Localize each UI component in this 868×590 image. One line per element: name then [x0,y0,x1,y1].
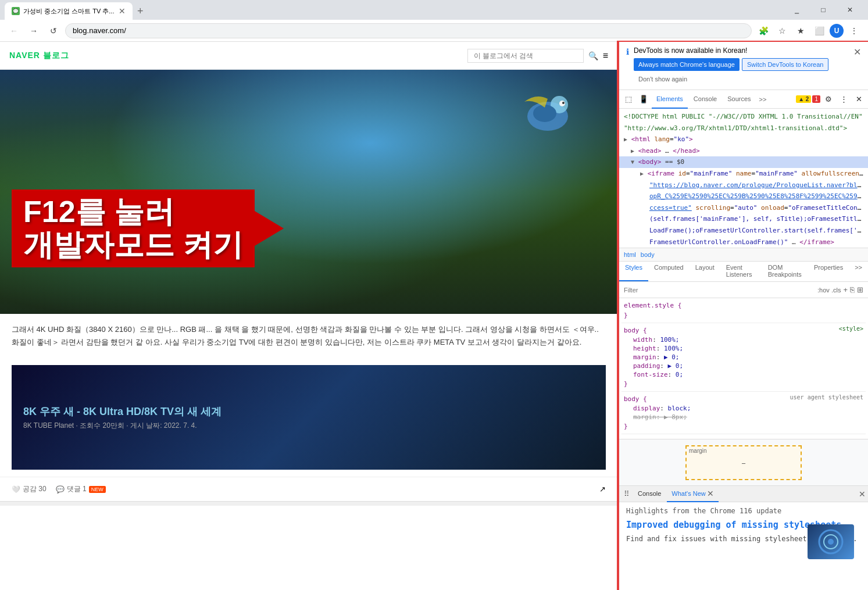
console-tab-console[interactable]: Console [633,486,666,502]
console-article-area: Improved debugging of missing stylesheet… [626,520,861,544]
window-controls: ⎯ □ ✕ [783,0,863,20]
switch-devtools-button[interactable]: Switch DevTools to Korean [742,58,828,71]
whatsnew-close-button[interactable]: ✕ [707,489,714,498]
comments-button[interactable]: 💬 댓글 1 NEW [56,484,106,494]
expand-head[interactable]: ▶ [631,148,634,154]
banner-buttons: Always match Chrome's language Switch De… [634,58,849,85]
styles-tab-layout[interactable]: Layout [690,262,720,281]
comments-badge: NEW [89,486,106,493]
image2-sub: 8K TUBE Planet · 조회수 20만회 · 게시 날짜: 2022.… [23,421,197,431]
console-bottom-panel: ⠿ Console What's New ✕ ✕ Highlights from… [619,485,868,590]
active-tab[interactable]: 💬 가성비 중소기업 스마트 TV 추... ✕ [5,2,133,20]
copy-style-icon[interactable]: ⎘ [850,285,855,294]
devtools-close-button[interactable]: ✕ [852,92,866,106]
new-tab-button[interactable]: + [133,2,148,20]
close-button[interactable]: ✕ [837,0,863,20]
post-footer: 🤍 공감 30 💬 댓글 1 NEW ↗ [0,477,617,501]
styles-tab-computed[interactable]: Computed [648,262,690,281]
tab-favicon: 💬 [12,7,20,15]
html-line-iframe-src2[interactable]: opR_C%259E%2590%25EC%259B%2590%25E8%258F… [619,191,868,202]
html-line-iframe-onload2[interactable]: LoadFrame();oFramesetUrlController.start… [619,225,868,237]
styles-tab-styles[interactable]: Styles [619,262,648,281]
tab-close-button[interactable]: ✕ [119,7,126,15]
styles-tabs-more[interactable]: >> [849,262,868,281]
address-icons: 🧩 ☆ ★ ⬜ U ⋮ [755,23,862,39]
styles-tab-dom-breakpoints[interactable]: DOM Breakpoints [762,262,808,281]
console-tabs: ⠿ Console What's New ✕ ✕ [619,486,868,502]
tab-elements[interactable]: Elements [652,90,688,109]
html-line-iframe-src3[interactable]: ccess=true" scrolling="auto" onload="oFr… [619,202,868,214]
overlay-text: F12를 눌러 개발자모드 켜기 [12,189,606,267]
html-line-iframe-onload[interactable]: (self.frames['mainFrame'], self, sTitle)… [619,213,868,225]
html-line-iframe-onload3[interactable]: FramesetUrlController.onLoadFrame()" … <… [619,237,868,248]
console-drag-icon: ⠿ [621,489,632,498]
add-style-icon[interactable]: + [843,285,848,294]
expand-html[interactable]: ▶ [624,136,627,142]
menu-icon[interactable]: ⋮ [846,23,862,39]
banner-title: DevTools is now available in Korean! [634,47,849,55]
maximize-button[interactable]: □ [810,0,837,20]
user-avatar[interactable]: U [830,24,844,38]
main-layout: NAVER 블로그 🔍 ≡ [0,42,868,590]
layout-icon[interactable]: ⊞ [857,285,863,294]
article-img-decoration [816,527,845,556]
html-line-head[interactable]: ▶ <head> … </head> [619,145,868,157]
dont-show-button[interactable]: Don't show again [634,73,692,85]
css-prop-fontsize: font-size: 0; [621,370,866,379]
device-toolbar-icon[interactable]: 📱 [637,92,651,106]
breadcrumb-body[interactable]: body [641,251,655,258]
filter-pseudo-text[interactable]: :hov .cls [817,287,841,294]
expand-body[interactable]: ▼ [631,159,634,165]
tab-title: 가성비 중소기업 스마트 TV 추... [23,7,115,16]
breadcrumb-html[interactable]: html [624,251,636,258]
search-icon-button[interactable]: 🔍 [588,51,598,60]
share-icon-button[interactable]: ↗ [599,485,606,494]
red-arrow [255,211,284,246]
html-line-body-selected[interactable]: ▼ <body> == $0 [619,156,868,168]
tab-sources[interactable]: Sources [723,90,755,109]
html-line-doctype: <!DOCTYPE html PUBLIC "-//W3C//DTD XHTML… [619,111,868,123]
tab-console[interactable]: Console [689,90,721,109]
console-tab-whatsnew[interactable]: What's New ✕ [667,486,718,502]
banner-close-button[interactable]: ✕ [853,47,861,58]
html-line-html[interactable]: ▶ <html lang="ko"> [619,134,868,145]
extensions-icon[interactable]: 🧩 [755,23,771,39]
html-line-iframe-src[interactable]: "https://blog.naver.com/prologue/Prologu… [619,180,868,191]
star-icon[interactable]: ★ [792,23,809,39]
styles-filter-bar: :hov .cls + ⎘ ⊞ [619,282,868,298]
error-badge: 1 [812,95,820,103]
address-input[interactable] [65,23,752,38]
console-close-all-button[interactable]: ✕ [859,489,866,499]
minimize-button[interactable]: ⎯ [783,0,810,20]
blog-menu-icon[interactable]: ≡ [603,51,608,61]
more-options-icon[interactable]: ⋮ [837,92,851,106]
styles-tab-event-listeners[interactable]: Event Listeners [720,262,762,281]
element-picker-icon[interactable]: ⬚ [621,92,635,106]
browser-content: NAVER 블로그 🔍 ≡ [0,42,618,590]
always-match-button[interactable]: Always match Chrome's language [634,58,740,71]
css-selector-body1: body { [621,326,649,335]
filter-icons: + ⎘ ⊞ [843,285,863,294]
back-button[interactable]: ← [6,23,22,39]
svg-point-4 [562,102,565,104]
likes-button[interactable]: 🤍 공감 30 [12,484,47,494]
naver-header: NAVER 블로그 🔍 ≡ [0,42,617,70]
box-model-area: margin – [619,439,868,485]
styles-filter-input[interactable] [624,287,815,294]
console-article-image [808,524,854,559]
blog-search-input[interactable] [467,49,584,63]
sidebar-icon[interactable]: ⬜ [811,23,827,39]
expand-iframe[interactable]: ▶ [640,170,644,177]
reload-button[interactable]: ↺ [45,23,62,39]
css-source-style: <style> [839,326,863,335]
address-bar: ← → ↺ 🧩 ☆ ★ ⬜ U ⋮ [0,20,868,42]
bookmark-icon[interactable]: ☆ [774,23,790,39]
overlay-title-line2: 개발자모드 켜기 [23,228,243,262]
styles-tab-properties[interactable]: Properties [808,262,849,281]
box-model-label: margin [689,448,707,454]
tabs-more-icon[interactable]: >> [757,94,769,105]
html-line-iframe[interactable]: ▶ <iframe id="mainFrame" name="mainFrame… [619,168,868,180]
box-model-margin: margin – [685,445,802,480]
forward-button[interactable]: → [26,23,42,39]
settings-icon[interactable]: ⚙ [821,92,835,106]
